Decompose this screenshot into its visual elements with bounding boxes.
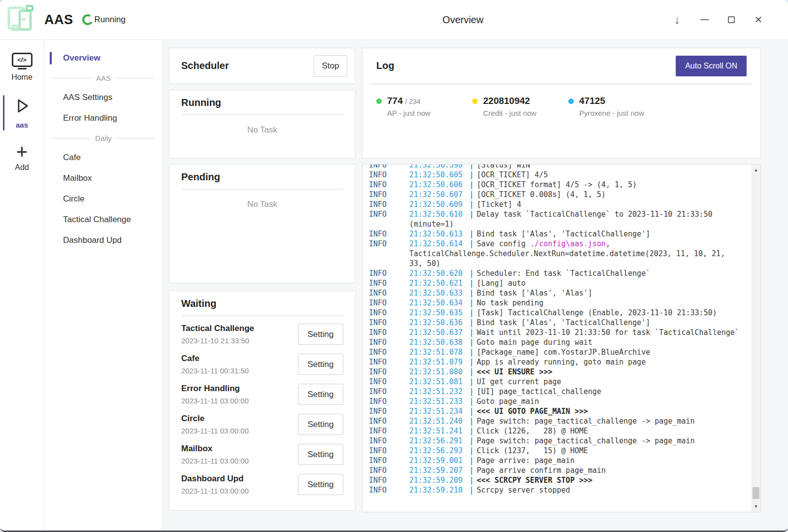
sidebar-item-overview[interactable]: Overview (45, 48, 162, 68)
setting-button[interactable]: Setting (298, 414, 343, 435)
log-time: 21:32:51.080 (409, 367, 469, 377)
log-time: 21:32:59.001 (409, 456, 469, 466)
maximize-button[interactable] (722, 0, 741, 39)
log-separator: | (469, 485, 477, 495)
log-line-continuation: TacticalChallenge.Scheduler.NextRun=date… (369, 249, 750, 259)
log-time: 21:32:50.637 (409, 328, 469, 337)
log-message: UI get current page (477, 377, 561, 387)
log-line: INFO21:32:50.606|[OCR_TICKET format] 4/5… (369, 180, 750, 190)
task-info: Dashboard Upd2023-11-11 03:00:00 (181, 474, 249, 495)
stat-value: 220810942 (483, 96, 530, 106)
log-message: [Status] WIN (477, 164, 530, 170)
log-message: Delay task `TacticalChallenge` to 2023-1… (477, 209, 713, 219)
divider (181, 114, 343, 115)
stat-label: AP - just now (387, 109, 430, 117)
log-level: INFO (369, 456, 409, 466)
log-separator: | (469, 308, 477, 318)
running-card: Running No Task (169, 90, 356, 159)
page-title: Overview (442, 14, 483, 26)
minimize-icon (700, 19, 709, 20)
scroll-thumb[interactable] (753, 487, 759, 499)
scroll-down-icon[interactable]: ▼ (752, 504, 760, 509)
stop-button[interactable]: Stop (314, 55, 347, 77)
log-separator: | (469, 357, 477, 367)
log-level: INFO (369, 475, 409, 485)
log-separator: | (469, 209, 477, 219)
setting-button[interactable]: Setting (298, 474, 343, 495)
log-separator: | (469, 466, 477, 475)
section-label: Daily (95, 134, 111, 142)
stat-label: Credit - just now (483, 109, 536, 117)
sidebar-item-aas-settings[interactable]: AAS Settings (45, 87, 162, 108)
log-line-continuation: 33, 50) (369, 259, 750, 268)
ap-dot-icon (376, 99, 382, 104)
log-message: <<< SCRCPY SERVER STOP >>> (477, 475, 592, 485)
close-button[interactable]: ✕ (749, 0, 768, 39)
log-title: Log (376, 60, 394, 71)
waiting-task-row: Circle2023-11-11 03:00:00Setting (181, 409, 343, 439)
stat-value-row: 774/ 234 (387, 96, 430, 106)
log-time: 21:32:56.291 (409, 436, 469, 446)
waiting-task-row: Cafe2023-11-11 00:31:50Setting (181, 349, 343, 379)
sidebar-item-circle[interactable]: Circle (45, 189, 162, 209)
log-line: INFO21:32:50.621|[Lang] auto (369, 278, 750, 288)
log-message: Page switch: page_tactical_challenge -> … (477, 436, 695, 446)
log-line: INFO21:32:51.232|[UI] page_tactical_chal… (369, 387, 750, 397)
log-message: Page arrive confirm page_main (477, 466, 606, 475)
log-separator: | (469, 337, 477, 347)
divider-line (53, 138, 90, 138)
hide-button[interactable]: ↓ (667, 0, 687, 39)
log-separator: | (469, 377, 477, 387)
sidebar-section-aas: AAS (45, 68, 162, 87)
waiting-task-row: Error Handling2023-11-11 03:00:00Setting (181, 379, 343, 409)
scroll-up-icon[interactable]: ▲ (752, 167, 760, 172)
app-name: AAS (44, 12, 73, 28)
task-next-run: 2023-11-11 03:00:00 (181, 457, 249, 465)
log-message: TacticalChallenge.Scheduler.NextRun=date… (409, 249, 725, 259)
sidebar-item-dashboard-upd[interactable]: Dashboard Upd (45, 230, 162, 251)
log-line: INFO21:32:51.080|<<< UI ENSURE >>> (369, 367, 750, 377)
divider (181, 189, 343, 190)
sidebar-item-mailbox[interactable]: Mailbox (45, 168, 162, 189)
log-level: INFO (369, 209, 409, 219)
log-line: INFO21:32:51.078|[Package_name] com.Yost… (369, 347, 750, 357)
setting-button[interactable]: Setting (298, 324, 343, 345)
log-line: INFO21:32:50.638|Goto main page during w… (369, 337, 750, 347)
log-line: INFO21:32:51.081|UI get current page (369, 377, 750, 387)
stat-pyroxene: 47125Pyroxene - just now (568, 96, 664, 117)
rail-item-aas[interactable]: aas (0, 94, 44, 132)
setting-button[interactable]: Setting (298, 354, 343, 375)
sidebar-item-cafe[interactable]: Cafe (45, 147, 162, 168)
sidebar-item-tactical-challenge[interactable]: Tactical Challenge (45, 209, 162, 230)
log-separator: | (469, 475, 477, 485)
log-line: INFO21:32:50.620|Scheduler: End task `Ta… (369, 268, 750, 278)
log-line: INFO21:32:50.635|[Task] TacticalChalleng… (369, 308, 750, 318)
log-level: INFO (369, 288, 409, 298)
log-message: <<< UI GOTO PAGE_MAIN >>> (477, 406, 588, 416)
log-level: INFO (369, 347, 409, 357)
log-level: INFO (369, 164, 409, 170)
log-level: INFO (369, 397, 409, 406)
log-text: Save config (477, 239, 530, 248)
task-info: Error Handling2023-11-11 03:00:00 (181, 384, 249, 405)
log-message: [OCR_TICKET] 4/5 (477, 170, 548, 180)
sidebar-item-error-handling[interactable]: Error Handling (45, 108, 162, 129)
task-info: Circle2023-11-11 03:00:00 (181, 414, 249, 435)
window-controls: ↓✕ (660, 0, 768, 39)
waiting-task-list: Tactical Challenge2023-11-10 21:33:50Set… (181, 319, 343, 499)
minimize-button[interactable] (694, 0, 714, 39)
task-next-run: 2023-11-11 03:00:00 (181, 427, 249, 435)
log-separator: | (469, 268, 477, 278)
waiting-title: Waiting (181, 298, 343, 309)
log-header-row: Log Auto Scroll ON (376, 48, 747, 83)
auto-scroll-button[interactable]: Auto Scroll ON (676, 56, 747, 76)
log-separator: | (469, 164, 477, 170)
log-line: INFO21:32:50.598|[Status] WIN (369, 164, 750, 170)
setting-button[interactable]: Setting (298, 384, 343, 405)
rail-item-home[interactable]: </>Home (0, 50, 44, 85)
log-line: INFO21:32:50.633|Bind task ['Alas', 'Ala… (369, 288, 750, 298)
setting-button[interactable]: Setting (298, 444, 343, 465)
log-message: Bind task ['Alas', 'Alas'] (477, 288, 592, 298)
rail-item-add[interactable]: +Add (0, 141, 44, 175)
log-scrollbar[interactable]: ▲ ▼ (752, 165, 760, 512)
